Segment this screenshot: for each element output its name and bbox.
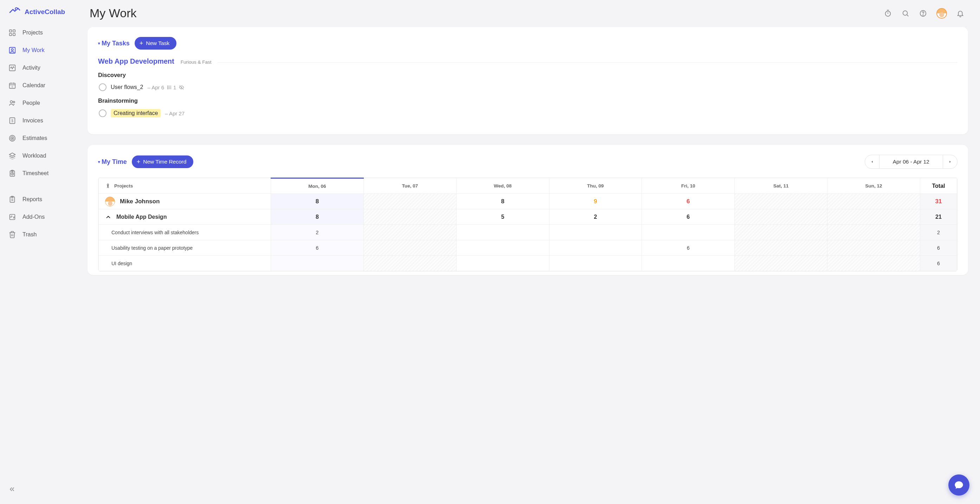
day-header[interactable]: Thu, 09: [549, 178, 642, 194]
date-range-label[interactable]: Apr 06 - Apr 12: [879, 155, 943, 169]
time-cell[interactable]: [827, 194, 920, 209]
day-header[interactable]: Sat, 11: [735, 178, 827, 194]
nav-label: Add-Ons: [22, 214, 45, 220]
date-range-nav: Apr 06 - Apr 12: [865, 155, 958, 169]
next-week-button[interactable]: [943, 155, 957, 169]
nav-item-estimates[interactable]: Estimates: [0, 129, 79, 147]
nav-item-calendar[interactable]: 6Calendar: [0, 77, 79, 94]
svg-point-19: [12, 138, 13, 139]
time-cell[interactable]: [642, 256, 735, 271]
project-link[interactable]: Web App Development: [98, 57, 174, 65]
time-cell[interactable]: [735, 240, 827, 256]
my-tasks-toggle[interactable]: ▾ My Tasks: [98, 40, 130, 47]
nav-item-people[interactable]: People: [0, 94, 79, 112]
time-cell[interactable]: [735, 225, 827, 240]
task-row[interactable]: Creating interface– Apr 27: [98, 109, 958, 118]
puzzle-icon: [8, 213, 16, 221]
task-name-cell[interactable]: Usability testing on a paper prototype: [99, 240, 271, 256]
bell-icon[interactable]: [956, 9, 964, 18]
task-due: – Apr 27: [165, 110, 185, 116]
time-cell[interactable]: [456, 256, 549, 271]
time-cell[interactable]: 6: [642, 240, 735, 256]
day-header[interactable]: Sun, 12: [827, 178, 920, 194]
task-title: Creating interface: [111, 109, 161, 118]
time-cell[interactable]: 8: [271, 194, 364, 209]
time-cell[interactable]: [827, 209, 920, 225]
time-cell[interactable]: [827, 240, 920, 256]
invoice-icon: $: [8, 117, 16, 124]
nav-item-timesheet[interactable]: Timesheet: [0, 164, 79, 182]
stopwatch-icon[interactable]: [884, 9, 892, 18]
time-cell[interactable]: [363, 194, 456, 209]
time-cell[interactable]: [549, 225, 642, 240]
svg-point-0: [15, 8, 17, 10]
time-cell[interactable]: 2: [549, 209, 642, 225]
time-cell[interactable]: [363, 256, 456, 271]
time-cell[interactable]: [456, 240, 549, 256]
nav-item-my-work[interactable]: My Work: [0, 41, 79, 59]
task-checkbox[interactable]: [99, 109, 107, 117]
my-time-card: ▾ My Time + New Time Record Apr 06 - Apr…: [88, 145, 968, 275]
time-cell[interactable]: 2: [271, 225, 364, 240]
task-checkbox[interactable]: [99, 83, 107, 91]
time-cell[interactable]: [271, 256, 364, 271]
time-cell[interactable]: [827, 256, 920, 271]
day-header[interactable]: Fri, 10: [642, 178, 735, 194]
user-cell: Mike Johnson: [99, 194, 271, 209]
svg-rect-3: [10, 33, 11, 35]
time-cell[interactable]: [549, 240, 642, 256]
task-meta: – Apr 61: [147, 85, 184, 90]
task-name-cell[interactable]: Conduct interviews with all stakeholders: [99, 225, 271, 240]
task-meta: – Apr 27: [165, 110, 185, 116]
task-name-cell[interactable]: UI design: [99, 256, 271, 271]
nav-item-invoices[interactable]: $Invoices: [0, 112, 79, 129]
time-cell[interactable]: [549, 256, 642, 271]
main-content: My Work ▾ My Tasks + New Task: [79, 0, 980, 504]
prev-week-button[interactable]: [865, 155, 879, 169]
day-header[interactable]: Tue, 07: [363, 178, 456, 194]
collapse-sidebar-button[interactable]: [0, 482, 79, 498]
nav-item-workload[interactable]: Workload: [0, 147, 79, 164]
time-cell[interactable]: [827, 225, 920, 240]
user-avatar[interactable]: [936, 8, 947, 19]
task-time-row[interactable]: UI design6: [99, 256, 957, 271]
help-icon[interactable]: [919, 9, 927, 18]
svg-text:$: $: [11, 119, 13, 123]
task-time-row[interactable]: Conduct interviews with all stakeholders…: [99, 225, 957, 240]
my-time-toggle[interactable]: ▾ My Time: [98, 158, 127, 166]
nav-item-activity[interactable]: Activity: [0, 59, 79, 77]
nav-item-reports[interactable]: Reports: [0, 191, 79, 208]
time-cell[interactable]: [642, 225, 735, 240]
time-cell[interactable]: [363, 209, 456, 225]
task-title: User flows_2: [111, 84, 143, 90]
time-cell[interactable]: [363, 240, 456, 256]
new-time-record-button[interactable]: + New Time Record: [132, 155, 194, 168]
time-cell[interactable]: [735, 256, 827, 271]
search-icon[interactable]: [901, 9, 910, 18]
total-header: Total: [920, 178, 957, 194]
time-cell[interactable]: [363, 225, 456, 240]
time-cell[interactable]: 8: [271, 209, 364, 225]
project-row[interactable]: Mobile App Design852621: [99, 209, 957, 225]
day-header[interactable]: Wed, 08: [456, 178, 549, 194]
time-cell[interactable]: [735, 194, 827, 209]
time-cell[interactable]: 6: [642, 194, 735, 209]
nav-item-trash[interactable]: Trash: [0, 226, 79, 243]
brand-logo[interactable]: ActiveCollab: [0, 6, 79, 24]
time-cell[interactable]: [735, 209, 827, 225]
task-time-row[interactable]: Usability testing on a paper prototype66…: [99, 240, 957, 256]
time-cell[interactable]: 6: [642, 209, 735, 225]
time-cell[interactable]: 6: [271, 240, 364, 256]
chat-fab[interactable]: [948, 474, 969, 496]
project-cell[interactable]: Mobile App Design: [99, 209, 271, 225]
task-row[interactable]: User flows_2– Apr 61: [98, 83, 958, 91]
time-cell[interactable]: [456, 225, 549, 240]
time-cell[interactable]: 8: [456, 194, 549, 209]
new-task-button[interactable]: + New Task: [135, 37, 177, 49]
nav-item-projects[interactable]: Projects: [0, 24, 79, 41]
nav-item-add-ons[interactable]: Add-Ons: [0, 208, 79, 226]
time-cell[interactable]: 9: [549, 194, 642, 209]
svg-point-13: [10, 100, 12, 103]
day-header[interactable]: Mon, 06: [271, 178, 364, 194]
time-cell[interactable]: 5: [456, 209, 549, 225]
